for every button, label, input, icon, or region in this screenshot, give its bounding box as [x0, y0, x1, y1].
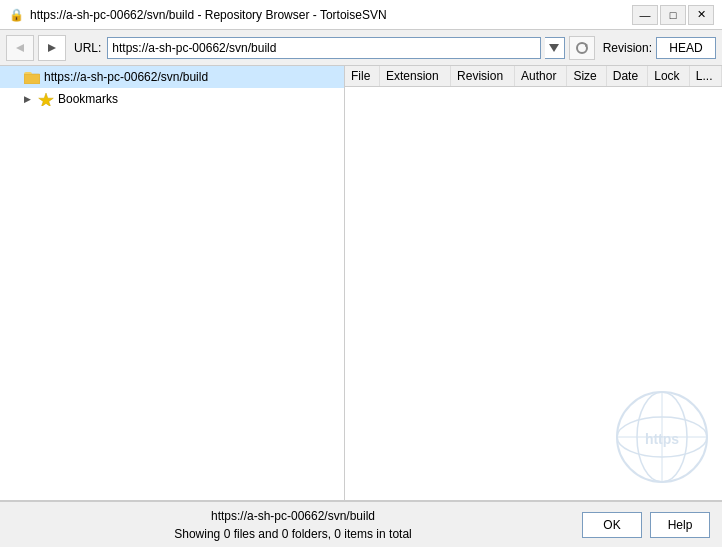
forward-icon	[46, 42, 58, 54]
col-revision[interactable]: Revision	[451, 66, 515, 87]
back-button[interactable]	[6, 35, 34, 61]
window-title: https://a-sh-pc-00662/svn/build - Reposi…	[30, 8, 632, 22]
col-size[interactable]: Size	[567, 66, 606, 87]
bookmark-icon	[38, 92, 54, 106]
tree-item-bookmarks[interactable]: ▶ Bookmarks	[0, 88, 344, 110]
url-input[interactable]	[107, 37, 540, 59]
svg-point-10	[617, 417, 707, 457]
minimize-button[interactable]: —	[632, 5, 658, 25]
svg-point-9	[637, 392, 687, 482]
refresh-button[interactable]	[569, 36, 595, 60]
watermark: https	[612, 387, 712, 490]
svg-marker-0	[16, 44, 24, 52]
toggle-root	[6, 70, 20, 84]
maximize-button[interactable]: □	[660, 5, 686, 25]
col-extension[interactable]: Extension	[379, 66, 450, 87]
main-area: https://a-sh-pc-00662/svn/build ▶ Bookma…	[0, 66, 722, 501]
back-icon	[14, 42, 26, 54]
revision-input[interactable]	[656, 37, 716, 59]
url-dropdown-button[interactable]	[545, 37, 565, 59]
url-label: URL:	[74, 41, 101, 55]
col-lock[interactable]: Lock	[648, 66, 690, 87]
help-button[interactable]: Help	[650, 512, 710, 538]
status-url: https://a-sh-pc-00662/svn/build	[12, 507, 574, 525]
ok-button[interactable]: OK	[582, 512, 642, 538]
tree-item-bookmarks-label: Bookmarks	[58, 92, 118, 106]
svg-marker-1	[48, 44, 56, 52]
file-table: File Extension Revision Author Size Date…	[345, 66, 722, 87]
col-author[interactable]: Author	[515, 66, 567, 87]
toolbar: URL: Revision:	[0, 30, 722, 66]
svg-text:https: https	[645, 431, 679, 447]
svg-marker-2	[549, 44, 559, 52]
svg-point-8	[617, 392, 707, 482]
svg-rect-6	[24, 74, 40, 84]
revision-label: Revision:	[603, 41, 652, 55]
tree-panel: https://a-sh-pc-00662/svn/build ▶ Bookma…	[0, 66, 345, 500]
status-buttons: OK Help	[582, 512, 710, 538]
toggle-bookmarks[interactable]: ▶	[20, 92, 34, 106]
folder-icon-root	[24, 70, 40, 84]
status-info: Showing 0 files and 0 folders, 0 items i…	[12, 525, 574, 543]
app-icon: 🔒	[8, 7, 24, 23]
svg-marker-7	[39, 93, 54, 106]
window-controls: — □ ✕	[632, 5, 714, 25]
refresh-icon	[574, 40, 590, 56]
bookmark-svg	[38, 92, 54, 106]
col-file[interactable]: File	[345, 66, 379, 87]
col-last[interactable]: L...	[689, 66, 721, 87]
tree-item-root[interactable]: https://a-sh-pc-00662/svn/build	[0, 66, 344, 88]
file-panel: File Extension Revision Author Size Date…	[345, 66, 722, 500]
folder-svg	[24, 70, 40, 84]
forward-button[interactable]	[38, 35, 66, 61]
tree-item-root-label: https://a-sh-pc-00662/svn/build	[44, 70, 208, 84]
close-button[interactable]: ✕	[688, 5, 714, 25]
status-bar: https://a-sh-pc-00662/svn/build Showing …	[0, 501, 722, 547]
chevron-down-icon	[549, 44, 559, 52]
status-text: https://a-sh-pc-00662/svn/build Showing …	[12, 507, 574, 543]
globe-icon: https	[612, 387, 712, 487]
title-bar: 🔒 https://a-sh-pc-00662/svn/build - Repo…	[0, 0, 722, 30]
col-date[interactable]: Date	[606, 66, 648, 87]
